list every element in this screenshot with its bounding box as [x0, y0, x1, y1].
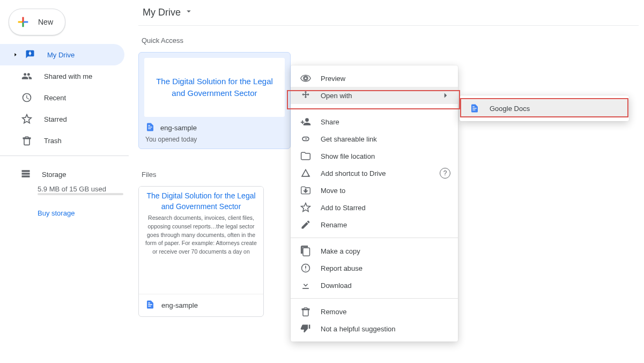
caret-right-icon [13, 52, 18, 57]
storage-bar [38, 193, 123, 195]
breadcrumb-title: My Drive [143, 7, 181, 18]
drive-icon [24, 48, 36, 61]
sidebar-item-label: Recent [44, 94, 66, 102]
submenu-item-google-docs[interactable]: Google Docs [460, 100, 629, 117]
menu-label: Share [321, 118, 339, 126]
menu-label: Remove [321, 308, 346, 316]
sidebar-item-label: Shared with me [44, 72, 92, 80]
preview-title: The Digital Solution for the Legal and G… [155, 76, 274, 99]
menu-label: Show file location [321, 152, 375, 160]
open-with-submenu: Google Docs [460, 95, 629, 121]
trash-icon [20, 134, 33, 147]
sidebar-item-shared[interactable]: Shared with me [0, 65, 124, 87]
google-docs-icon [145, 122, 155, 134]
thumb-down-icon [300, 323, 311, 334]
sidebar: New My Drive Shared with me Recent [0, 0, 129, 363]
dropdown-icon [184, 6, 194, 19]
menu-item-rename[interactable]: Rename [291, 216, 458, 233]
breadcrumb[interactable]: My Drive [138, 0, 639, 26]
svg-text:+: + [307, 173, 310, 179]
menu-label: Get shareable link [321, 135, 377, 143]
file-subtext: You opened today [145, 136, 284, 143]
folder-move-icon [300, 185, 311, 196]
storage-section: Storage 5.9 MB of 15 GB used Buy storage [0, 160, 129, 220]
drive-add-icon: + [300, 168, 311, 179]
chevron-right-icon [441, 91, 450, 100]
google-docs-icon [145, 300, 155, 311]
menu-item-preview[interactable]: Preview [291, 70, 458, 87]
menu-label: Move to [321, 187, 345, 195]
file-card[interactable]: The Digital Solution for the Legal and G… [138, 186, 264, 317]
file-preview-thumbnail: The Digital Solution for the Legal and G… [139, 187, 263, 294]
help-icon[interactable]: ? [440, 168, 450, 179]
menu-item-remove[interactable]: Remove [291, 303, 458, 320]
people-icon [20, 70, 33, 83]
menu-item-make-copy[interactable]: Make a copy [291, 242, 458, 260]
google-docs-icon [469, 103, 480, 114]
file-name: eng-sample [160, 124, 197, 132]
storage-usage-text: 5.9 MB of 15 GB used [38, 185, 122, 193]
menu-item-open-with[interactable]: Open with [291, 87, 458, 104]
new-button[interactable]: New [9, 9, 65, 35]
menu-item-download[interactable]: Download [291, 277, 458, 294]
sidebar-item-starred[interactable]: Starred [0, 108, 124, 130]
sidebar-item-label: Trash [44, 137, 62, 145]
menu-label: Preview [321, 75, 345, 83]
storage-label: Storage [42, 171, 66, 179]
menu-label: Add shortcut to Drive [321, 169, 386, 177]
storage-icon [20, 168, 31, 181]
alert-icon [300, 263, 311, 273]
pencil-icon [300, 219, 311, 230]
menu-label: Download [321, 281, 352, 290]
quick-access-card[interactable]: The Digital Solution for the Legal and G… [138, 52, 291, 149]
new-button-label: New [38, 18, 53, 26]
plus-icon [14, 13, 32, 31]
download-icon [300, 280, 311, 291]
folder-icon [300, 151, 311, 161]
sidebar-item-my-drive[interactable]: My Drive [0, 44, 124, 65]
star-icon [300, 202, 311, 213]
preview-title: The Digital Solution for the Legal and G… [145, 191, 257, 212]
eye-icon [300, 73, 311, 84]
menu-item-show-location[interactable]: Show file location [291, 147, 458, 165]
menu-item-add-shortcut[interactable]: + Add shortcut to Drive ? [291, 165, 458, 182]
sidebar-item-label: My Drive [47, 51, 75, 59]
context-menu: Preview Open with Share Get shareable li… [291, 65, 458, 342]
file-preview-thumbnail: The Digital Solution for the Legal and G… [144, 58, 285, 117]
menu-label: Open with [321, 92, 352, 100]
menu-item-share[interactable]: Share [291, 113, 458, 130]
menu-label: Not a helpful suggestion [321, 325, 395, 333]
menu-item-report-abuse[interactable]: Report abuse [291, 260, 458, 277]
menu-item-move-to[interactable]: Move to [291, 182, 458, 199]
link-icon [300, 134, 311, 144]
star-icon [20, 113, 33, 125]
menu-label: Make a copy [321, 247, 360, 255]
menu-label: Google Docs [490, 105, 530, 113]
menu-label: Add to Starred [321, 204, 366, 212]
menu-label: Rename [321, 221, 347, 229]
preview-body: Research documents, invoices, client fil… [145, 214, 257, 256]
menu-label: Report abuse [321, 264, 362, 272]
menu-item-not-helpful[interactable]: Not a helpful suggestion [291, 320, 458, 337]
buy-storage-link[interactable]: Buy storage [38, 209, 122, 217]
move-arrows-icon [300, 90, 311, 101]
copy-icon [300, 246, 311, 256]
sidebar-item-storage[interactable]: Storage [13, 164, 122, 185]
clock-icon [20, 91, 33, 104]
menu-item-add-starred[interactable]: Add to Starred [291, 199, 458, 216]
menu-item-get-link[interactable]: Get shareable link [291, 130, 458, 147]
sidebar-item-label: Starred [44, 115, 67, 123]
sidebar-item-trash[interactable]: Trash [0, 130, 124, 151]
trash-icon [300, 306, 311, 317]
person-add-icon [300, 116, 311, 127]
sidebar-item-recent[interactable]: Recent [0, 87, 124, 108]
file-name: eng-sample [161, 301, 198, 309]
quick-access-heading: Quick Access [142, 36, 635, 45]
